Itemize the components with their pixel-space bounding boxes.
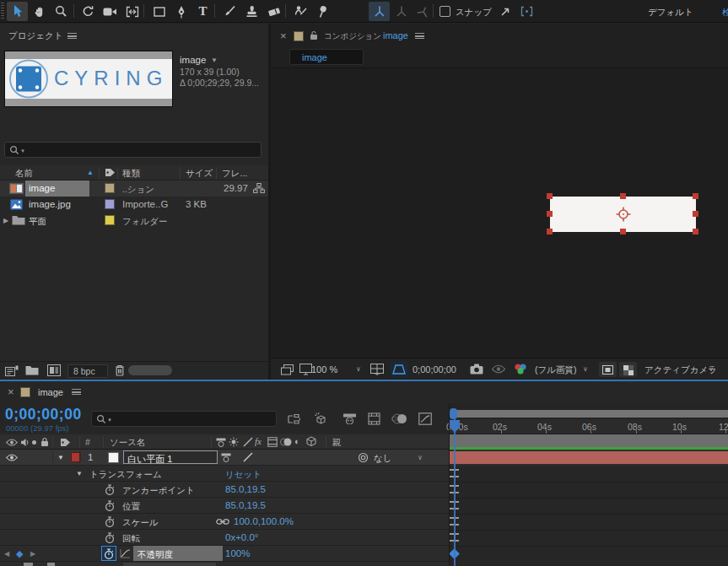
time-ruler[interactable]: 0:00s 02s 04s 06s 08s 10s 12 bbox=[450, 419, 728, 434]
layer-duration-bar[interactable] bbox=[450, 451, 728, 464]
selection-handle[interactable] bbox=[547, 211, 553, 217]
clone-stamp-tool-button[interactable] bbox=[241, 2, 262, 21]
snap-label[interactable]: スナップ bbox=[456, 7, 492, 19]
project-item-name[interactable]: image.jpg bbox=[29, 199, 71, 209]
parent-pickwhip-icon[interactable] bbox=[358, 452, 369, 463]
motion-blur-icon[interactable] bbox=[391, 413, 407, 424]
stopwatch-icon[interactable] bbox=[105, 516, 115, 528]
search-dropdown-icon[interactable]: ▼ bbox=[107, 418, 112, 423]
layer-number-column[interactable]: # bbox=[85, 437, 90, 447]
timeline-tab-label[interactable]: image bbox=[38, 387, 63, 397]
local-axis-mode-button[interactable] bbox=[369, 2, 390, 21]
project-item-name[interactable]: image bbox=[29, 183, 55, 193]
view-axis-mode-button[interactable] bbox=[413, 2, 434, 21]
comp-mini-flowchart-icon[interactable] bbox=[287, 413, 302, 425]
hand-tool-button[interactable] bbox=[29, 2, 50, 21]
audio-column-speaker-icon[interactable] bbox=[20, 438, 30, 447]
layer-row[interactable]: ▼ 1 白い平面 1 なし ∨ bbox=[0, 450, 450, 466]
frame-blend-switch-icon[interactable] bbox=[267, 437, 278, 447]
transparency-grid-button[interactable] bbox=[619, 362, 637, 377]
workspace-search-partial[interactable]: 検索 bbox=[722, 7, 728, 19]
anchor-point-icon[interactable] bbox=[615, 206, 632, 223]
camera-dropdown-chevron-icon[interactable]: ∨ bbox=[709, 365, 714, 373]
rectangle-tool-button[interactable] bbox=[148, 2, 170, 21]
property-label[interactable]: スケール bbox=[122, 517, 159, 529]
comp-viewport[interactable] bbox=[271, 68, 728, 358]
time-navigator-track[interactable] bbox=[456, 410, 728, 418]
brush-tool-button[interactable] bbox=[219, 2, 240, 21]
shy-layers-icon[interactable] bbox=[342, 413, 357, 424]
selection-handle[interactable] bbox=[547, 229, 553, 234]
label-column-tag-icon[interactable] bbox=[105, 168, 116, 177]
parent-column[interactable]: 親 bbox=[332, 437, 342, 449]
snapshot-camera-icon[interactable] bbox=[470, 364, 483, 375]
zoom-tool-button[interactable] bbox=[51, 2, 72, 21]
keyframe-toggle-diamond[interactable]: ◆ bbox=[16, 548, 23, 559]
source-name-column[interactable]: ソース名 bbox=[110, 437, 146, 449]
draft-3d-icon[interactable] bbox=[314, 412, 328, 426]
resolution-value[interactable]: (フル画質) bbox=[535, 364, 577, 376]
footage-preview-thumbnail[interactable]: CYRING bbox=[4, 51, 173, 107]
label-color-chip[interactable] bbox=[105, 199, 115, 209]
text-tool-button[interactable]: T bbox=[192, 2, 213, 21]
grid-guides-icon[interactable] bbox=[370, 364, 384, 375]
selection-handle[interactable] bbox=[547, 193, 553, 199]
comp-panel-comp-name[interactable]: image bbox=[383, 30, 408, 40]
playhead-handle[interactable] bbox=[449, 419, 461, 434]
snap-options-button[interactable] bbox=[494, 2, 515, 21]
project-row-composition[interactable]: image ..ション 29.97 bbox=[0, 181, 268, 197]
pen-tool-button[interactable] bbox=[170, 2, 191, 21]
camera-tool-button[interactable] bbox=[100, 2, 121, 21]
adjustment-layer-switch-icon[interactable]: ◐ bbox=[294, 436, 300, 446]
graph-editor-icon[interactable] bbox=[418, 412, 432, 425]
unlock-icon[interactable] bbox=[310, 30, 318, 40]
opacity-row[interactable]: ◀ ◆ ▶ 不透明度 100% bbox=[0, 546, 450, 562]
opacity-stopwatch-active[interactable] bbox=[101, 546, 116, 561]
column-type[interactable]: 種類 bbox=[122, 168, 140, 180]
selection-handle[interactable] bbox=[693, 211, 698, 217]
property-value[interactable]: 100% bbox=[225, 548, 250, 558]
group-expander-icon[interactable]: ▼ bbox=[76, 470, 83, 477]
property-value[interactable]: 0x+0.0° bbox=[225, 532, 258, 542]
panel-close-icon[interactable]: × bbox=[8, 385, 14, 398]
bit-depth-button[interactable]: 8 bpc bbox=[67, 364, 108, 378]
transform-reset-link[interactable]: リセット bbox=[225, 469, 262, 481]
project-panel-title[interactable]: プロジェクト bbox=[8, 30, 62, 42]
layer-expander-icon[interactable]: ▼ bbox=[57, 454, 64, 461]
puppet-pin-tool-button[interactable] bbox=[312, 2, 333, 21]
frame-blend-icon[interactable] bbox=[368, 412, 380, 425]
stopwatch-icon[interactable] bbox=[105, 532, 115, 544]
selection-tool-button[interactable] bbox=[7, 2, 28, 21]
zoom-dropdown-chevron-icon[interactable]: ∨ bbox=[356, 365, 361, 373]
transform-group-row[interactable]: ▼ トランスフォーム リセット bbox=[0, 466, 450, 482]
constrain-proportions-link-icon[interactable] bbox=[216, 518, 229, 526]
new-composition-icon[interactable] bbox=[47, 364, 61, 376]
main-display-icon[interactable] bbox=[299, 364, 312, 375]
snap-checkbox[interactable] bbox=[439, 6, 450, 17]
project-search-input[interactable]: ▼ bbox=[4, 142, 262, 158]
layer-name-box[interactable]: 白い平面 1 bbox=[123, 450, 218, 464]
solo-column-icon[interactable] bbox=[32, 440, 36, 445]
layer-visibility-eye-icon[interactable] bbox=[6, 454, 18, 461]
trash-icon[interactable] bbox=[115, 364, 125, 376]
horizontal-scrollbar-thumb[interactable] bbox=[128, 365, 172, 375]
world-axis-mode-button[interactable] bbox=[391, 2, 412, 21]
timeline-label-chip[interactable] bbox=[20, 387, 30, 397]
eraser-tool-button[interactable] bbox=[263, 2, 284, 21]
layer-name[interactable]: 白い平面 1 bbox=[127, 453, 172, 466]
property-value[interactable]: 100.0,100.0% bbox=[234, 516, 294, 526]
collapse-transformations-icon[interactable] bbox=[229, 437, 239, 447]
comp-nav-tab[interactable]: image bbox=[289, 49, 364, 65]
selection-handle[interactable] bbox=[693, 193, 698, 199]
three-d-switch-icon[interactable] bbox=[306, 436, 316, 447]
snap-bounds-button[interactable] bbox=[516, 2, 537, 21]
column-time-divider[interactable] bbox=[449, 403, 450, 566]
column-fps[interactable]: フレ... bbox=[222, 168, 247, 180]
folder-expander-icon[interactable]: ▶ bbox=[3, 217, 8, 224]
property-label[interactable]: 不透明度 bbox=[138, 549, 173, 561]
transform-group-label[interactable]: トランスフォーム bbox=[89, 469, 162, 481]
time-navigator-start-handle[interactable] bbox=[450, 408, 457, 419]
label-column-tag-icon[interactable] bbox=[60, 438, 71, 447]
scale-row[interactable]: スケール 100.0,100.0% bbox=[0, 514, 450, 530]
panel-close-icon[interactable]: × bbox=[280, 30, 287, 42]
